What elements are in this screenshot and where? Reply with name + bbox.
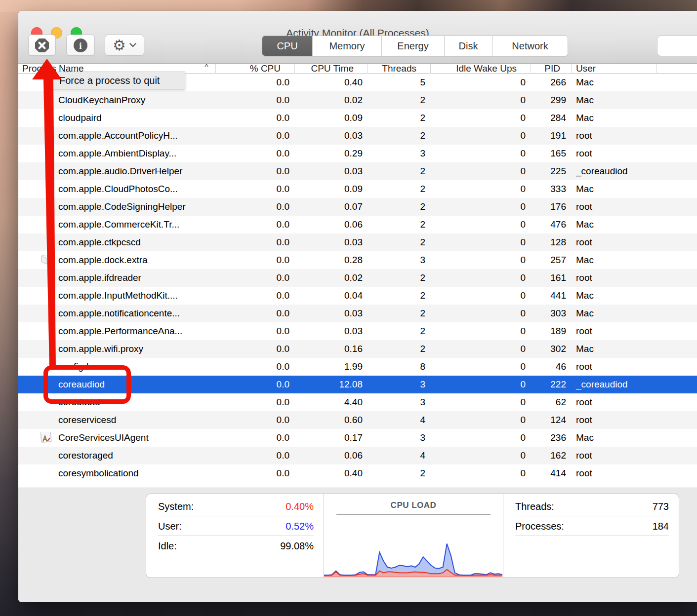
cpu-stats-right: Threads:773Processes:184: [503, 494, 679, 578]
tab-disk[interactable]: Disk: [445, 36, 492, 56]
user: Mac: [572, 308, 657, 319]
process-name: com.apple.CommerceKit.Tr...: [18, 219, 216, 230]
threads: 2: [368, 326, 431, 337]
cpu-time: 0.09: [295, 184, 368, 194]
user: Mac: [572, 219, 657, 230]
pid: 284: [531, 113, 572, 123]
table-row-cloudpaird[interactable]: cloudpaird0.00.0920284Mac: [18, 109, 697, 127]
pid: 476: [531, 219, 572, 230]
table-footer-divider: [18, 482, 697, 488]
table-row-CloudKeychainProxy[interactable]: CloudKeychainProxy0.00.0220299Mac: [18, 91, 697, 109]
table-row-com-apple-dock-extra[interactable]: com.apple.dock.extra0.00.2830257Mac: [18, 251, 697, 269]
process-table: 0.00.4050266MacCloudKeychainProxy0.00.02…: [18, 74, 697, 482]
cpu-percent: 0.0: [216, 344, 295, 354]
threads: 2: [368, 219, 431, 230]
threads: 2: [368, 308, 431, 319]
user: _coreaudiod: [572, 166, 657, 177]
user: root: [572, 148, 657, 159]
user: Mac: [572, 113, 657, 123]
user: root: [572, 468, 657, 479]
process-name: com.apple.ctkpcscd: [18, 237, 216, 248]
user: root: [572, 326, 657, 337]
cpu-time: 0.06: [295, 219, 368, 230]
cpu-time: 0.40: [295, 468, 368, 479]
tab-memory[interactable]: Memory: [313, 36, 382, 56]
idle-wake-ups: 0: [431, 379, 531, 390]
cube-icon: [40, 255, 52, 266]
cpu-percent: 0.0: [216, 361, 295, 372]
user: root: [572, 397, 657, 408]
table-row-com-apple-CloudPhotosCo-[interactable]: com.apple.CloudPhotosCo...0.00.0920333Ma…: [18, 180, 697, 198]
idle-wake-ups: 0: [431, 468, 531, 479]
column-header-cpu-time[interactable]: CPU Time: [295, 64, 368, 74]
pid: 62: [531, 397, 572, 408]
search-input[interactable]: [657, 36, 697, 56]
table-row-corestoraged[interactable]: corestoraged0.00.0640162root: [18, 447, 697, 464]
table-row-CoreServicesUIAgent[interactable]: CoreServicesUIAgent0.00.1730236Mac: [18, 429, 697, 447]
threads: 2: [368, 237, 431, 248]
tab-cpu[interactable]: CPU: [262, 36, 313, 56]
column-header-pid[interactable]: PID: [531, 64, 572, 74]
cpu-time: 0.60: [295, 415, 368, 425]
table-row-com-apple-PerformanceAna-[interactable]: com.apple.PerformanceAna...0.00.0320189r…: [18, 322, 697, 340]
cpu-time: 0.06: [295, 450, 368, 461]
table-row-com-apple-CommerceKit-Tr-[interactable]: com.apple.CommerceKit.Tr...0.00.0620476M…: [18, 216, 697, 233]
idle-wake-ups: 0: [431, 272, 531, 283]
pid: 303: [531, 308, 572, 319]
settings-menu-button[interactable]: ⚙: [105, 35, 144, 56]
cpu-percent: 0.0: [216, 415, 295, 425]
user: Mac: [572, 432, 657, 443]
view-tabs: CPUMemoryEnergyDiskNetwork: [262, 36, 568, 56]
table-row-com-apple-ctkpcscd[interactable]: com.apple.ctkpcscd0.00.0320128root: [18, 233, 697, 251]
idle-wake-ups: 0: [431, 77, 531, 88]
threads: 3: [368, 397, 431, 408]
cpu-time: 0.07: [295, 201, 368, 212]
process-name: corestoraged: [18, 450, 216, 461]
table-row-com-apple-InputMethodKit-[interactable]: com.apple.InputMethodKit....0.00.0420441…: [18, 287, 697, 305]
svg-text:i: i: [79, 40, 82, 51]
tab-energy[interactable]: Energy: [382, 36, 445, 56]
column-header-threads[interactable]: Threads: [368, 64, 431, 74]
red-highlight-rectangle: [43, 365, 131, 404]
threads: 2: [368, 166, 431, 177]
cpu-percent: 0.0: [216, 95, 295, 106]
table-row-com-apple-AccountPolicyH-[interactable]: com.apple.AccountPolicyH...0.00.0320191r…: [18, 127, 697, 145]
process-name: com.apple.wifi.proxy: [18, 344, 216, 354]
table-row-coresymbolicationd[interactable]: coresymbolicationd0.00.4020414root: [18, 464, 697, 482]
cpu-percent: 0.0: [216, 77, 295, 88]
process-name: CloudKeychainProxy: [18, 95, 216, 106]
cpu-time: 0.40: [295, 77, 368, 88]
user: root: [572, 361, 657, 372]
process-name: com.apple.InputMethodKit....: [18, 290, 216, 301]
column-header-idle-wake-ups[interactable]: Idle Wake Ups: [431, 64, 531, 74]
column-header--cpu[interactable]: % CPU: [216, 64, 295, 74]
pid: 161: [531, 272, 572, 283]
chart-title: CPU LOAD: [324, 500, 503, 510]
table-row-com-apple-AmbientDisplay-[interactable]: com.apple.AmbientDisplay...0.00.2930165r…: [18, 145, 697, 162]
pid: 128: [531, 237, 572, 248]
easel-icon: [40, 432, 52, 443]
pid: 414: [531, 468, 572, 479]
table-row-com-apple-audio-DriverHelper[interactable]: com.apple.audio.DriverHelper0.00.0320225…: [18, 162, 697, 180]
table-row-com-apple-ifdreader[interactable]: com.apple.ifdreader0.00.0220161root: [18, 269, 697, 287]
user: Mac: [572, 290, 657, 301]
table-row-coreservicesd[interactable]: coreservicesd0.00.6040124root: [18, 411, 697, 429]
pid: 165: [531, 148, 572, 159]
column-header-user[interactable]: User: [572, 64, 657, 74]
cpu-time: 0.03: [295, 326, 368, 337]
tab-network[interactable]: Network: [492, 36, 568, 56]
table-row-com-apple-CodeSigningHelper[interactable]: com.apple.CodeSigningHelper0.00.0720176r…: [18, 198, 697, 216]
process-name: com.apple.ifdreader: [18, 272, 216, 283]
stat-label: User:: [158, 516, 182, 536]
threads: 8: [368, 361, 431, 372]
stats-box: System:0.40%User:0.52%Idle:99.08% CPU LO…: [146, 494, 679, 578]
chart-title-rule: [336, 514, 491, 515]
octagon-x-icon: [34, 37, 50, 54]
inspect-process-button[interactable]: i: [66, 35, 95, 56]
pid: 441: [531, 290, 572, 301]
table-row-com-apple-notificationcente-[interactable]: com.apple.notificationcente...0.00.03203…: [18, 305, 697, 322]
cpu-percent: 0.0: [216, 450, 295, 461]
force-quit-button[interactable]: [28, 35, 56, 56]
idle-wake-ups: 0: [431, 415, 531, 425]
table-row-com-apple-wifi-proxy[interactable]: com.apple.wifi.proxy0.00.1620302Mac: [18, 340, 697, 358]
